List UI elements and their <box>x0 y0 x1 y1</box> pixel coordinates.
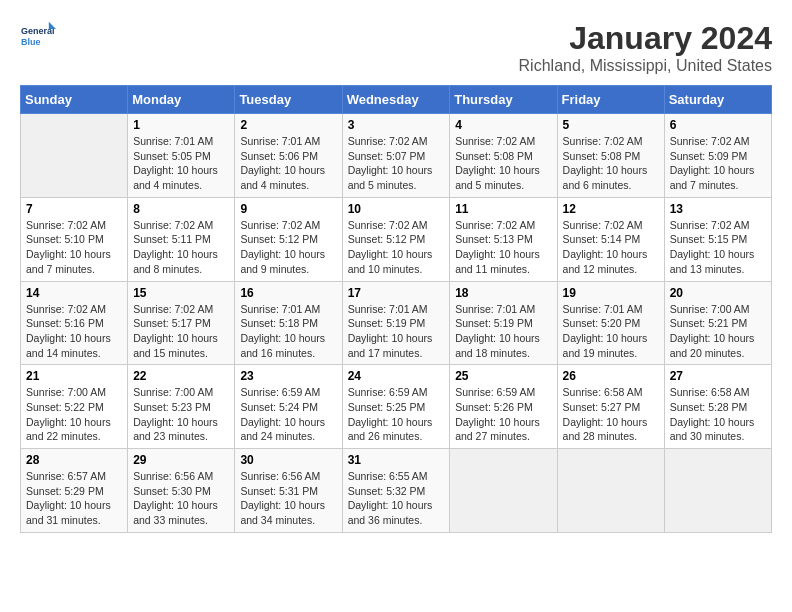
day-info: Sunrise: 7:00 AM Sunset: 5:21 PM Dayligh… <box>670 302 766 361</box>
day-info: Sunrise: 7:01 AM Sunset: 5:05 PM Dayligh… <box>133 134 229 193</box>
logo: General Blue <box>20 20 56 56</box>
calendar-cell: 28Sunrise: 6:57 AM Sunset: 5:29 PM Dayli… <box>21 449 128 533</box>
day-number: 4 <box>455 118 551 132</box>
calendar-subtitle: Richland, Mississippi, United States <box>519 57 772 75</box>
day-info: Sunrise: 7:02 AM Sunset: 5:11 PM Dayligh… <box>133 218 229 277</box>
calendar-cell: 10Sunrise: 7:02 AM Sunset: 5:12 PM Dayli… <box>342 197 450 281</box>
calendar-cell: 27Sunrise: 6:58 AM Sunset: 5:28 PM Dayli… <box>664 365 771 449</box>
header-tuesday: Tuesday <box>235 86 342 114</box>
header-saturday: Saturday <box>664 86 771 114</box>
calendar-week-row: 14Sunrise: 7:02 AM Sunset: 5:16 PM Dayli… <box>21 281 772 365</box>
calendar-title: January 2024 <box>519 20 772 57</box>
calendar-cell: 29Sunrise: 6:56 AM Sunset: 5:30 PM Dayli… <box>128 449 235 533</box>
day-number: 24 <box>348 369 445 383</box>
day-number: 13 <box>670 202 766 216</box>
day-number: 9 <box>240 202 336 216</box>
header-friday: Friday <box>557 86 664 114</box>
day-info: Sunrise: 7:01 AM Sunset: 5:20 PM Dayligh… <box>563 302 659 361</box>
header-monday: Monday <box>128 86 235 114</box>
calendar-week-row: 21Sunrise: 7:00 AM Sunset: 5:22 PM Dayli… <box>21 365 772 449</box>
day-info: Sunrise: 6:55 AM Sunset: 5:32 PM Dayligh… <box>348 469 445 528</box>
day-number: 6 <box>670 118 766 132</box>
calendar-cell: 1Sunrise: 7:01 AM Sunset: 5:05 PM Daylig… <box>128 114 235 198</box>
day-number: 16 <box>240 286 336 300</box>
day-info: Sunrise: 7:02 AM Sunset: 5:08 PM Dayligh… <box>563 134 659 193</box>
calendar-week-row: 28Sunrise: 6:57 AM Sunset: 5:29 PM Dayli… <box>21 449 772 533</box>
day-number: 27 <box>670 369 766 383</box>
day-info: Sunrise: 7:02 AM Sunset: 5:12 PM Dayligh… <box>348 218 445 277</box>
day-info: Sunrise: 7:02 AM Sunset: 5:17 PM Dayligh… <box>133 302 229 361</box>
calendar-cell: 12Sunrise: 7:02 AM Sunset: 5:14 PM Dayli… <box>557 197 664 281</box>
calendar-cell <box>557 449 664 533</box>
calendar-cell <box>450 449 557 533</box>
day-info: Sunrise: 7:02 AM Sunset: 5:13 PM Dayligh… <box>455 218 551 277</box>
day-number: 12 <box>563 202 659 216</box>
day-number: 22 <box>133 369 229 383</box>
calendar-body: 1Sunrise: 7:01 AM Sunset: 5:05 PM Daylig… <box>21 114 772 533</box>
day-info: Sunrise: 6:58 AM Sunset: 5:27 PM Dayligh… <box>563 385 659 444</box>
day-number: 14 <box>26 286 122 300</box>
title-block: January 2024 Richland, Mississippi, Unit… <box>519 20 772 75</box>
day-number: 21 <box>26 369 122 383</box>
day-info: Sunrise: 7:01 AM Sunset: 5:19 PM Dayligh… <box>348 302 445 361</box>
day-number: 23 <box>240 369 336 383</box>
header-thursday: Thursday <box>450 86 557 114</box>
calendar-cell: 2Sunrise: 7:01 AM Sunset: 5:06 PM Daylig… <box>235 114 342 198</box>
day-number: 1 <box>133 118 229 132</box>
day-info: Sunrise: 7:00 AM Sunset: 5:22 PM Dayligh… <box>26 385 122 444</box>
day-number: 29 <box>133 453 229 467</box>
calendar-cell: 7Sunrise: 7:02 AM Sunset: 5:10 PM Daylig… <box>21 197 128 281</box>
header-row: Sunday Monday Tuesday Wednesday Thursday… <box>21 86 772 114</box>
calendar-cell: 22Sunrise: 7:00 AM Sunset: 5:23 PM Dayli… <box>128 365 235 449</box>
day-info: Sunrise: 6:59 AM Sunset: 5:26 PM Dayligh… <box>455 385 551 444</box>
day-number: 11 <box>455 202 551 216</box>
calendar-cell: 31Sunrise: 6:55 AM Sunset: 5:32 PM Dayli… <box>342 449 450 533</box>
calendar-cell: 13Sunrise: 7:02 AM Sunset: 5:15 PM Dayli… <box>664 197 771 281</box>
day-number: 18 <box>455 286 551 300</box>
day-info: Sunrise: 7:02 AM Sunset: 5:16 PM Dayligh… <box>26 302 122 361</box>
day-info: Sunrise: 6:59 AM Sunset: 5:24 PM Dayligh… <box>240 385 336 444</box>
svg-marker-3 <box>49 22 56 29</box>
day-number: 3 <box>348 118 445 132</box>
day-number: 5 <box>563 118 659 132</box>
header-wednesday: Wednesday <box>342 86 450 114</box>
calendar-table: Sunday Monday Tuesday Wednesday Thursday… <box>20 85 772 533</box>
calendar-cell <box>21 114 128 198</box>
calendar-cell: 23Sunrise: 6:59 AM Sunset: 5:24 PM Dayli… <box>235 365 342 449</box>
calendar-cell <box>664 449 771 533</box>
day-number: 17 <box>348 286 445 300</box>
calendar-cell: 24Sunrise: 6:59 AM Sunset: 5:25 PM Dayli… <box>342 365 450 449</box>
day-info: Sunrise: 7:01 AM Sunset: 5:18 PM Dayligh… <box>240 302 336 361</box>
calendar-cell: 9Sunrise: 7:02 AM Sunset: 5:12 PM Daylig… <box>235 197 342 281</box>
calendar-cell: 25Sunrise: 6:59 AM Sunset: 5:26 PM Dayli… <box>450 365 557 449</box>
calendar-cell: 20Sunrise: 7:00 AM Sunset: 5:21 PM Dayli… <box>664 281 771 365</box>
day-number: 20 <box>670 286 766 300</box>
day-info: Sunrise: 6:57 AM Sunset: 5:29 PM Dayligh… <box>26 469 122 528</box>
day-number: 8 <box>133 202 229 216</box>
day-info: Sunrise: 7:00 AM Sunset: 5:23 PM Dayligh… <box>133 385 229 444</box>
calendar-cell: 5Sunrise: 7:02 AM Sunset: 5:08 PM Daylig… <box>557 114 664 198</box>
day-number: 31 <box>348 453 445 467</box>
day-number: 19 <box>563 286 659 300</box>
day-number: 25 <box>455 369 551 383</box>
day-info: Sunrise: 6:59 AM Sunset: 5:25 PM Dayligh… <box>348 385 445 444</box>
header-sunday: Sunday <box>21 86 128 114</box>
calendar-cell: 21Sunrise: 7:00 AM Sunset: 5:22 PM Dayli… <box>21 365 128 449</box>
calendar-cell: 6Sunrise: 7:02 AM Sunset: 5:09 PM Daylig… <box>664 114 771 198</box>
calendar-week-row: 7Sunrise: 7:02 AM Sunset: 5:10 PM Daylig… <box>21 197 772 281</box>
page-header: General Blue January 2024 Richland, Miss… <box>20 20 772 75</box>
day-number: 26 <box>563 369 659 383</box>
day-number: 2 <box>240 118 336 132</box>
calendar-cell: 3Sunrise: 7:02 AM Sunset: 5:07 PM Daylig… <box>342 114 450 198</box>
day-info: Sunrise: 7:02 AM Sunset: 5:09 PM Dayligh… <box>670 134 766 193</box>
day-number: 15 <box>133 286 229 300</box>
day-number: 28 <box>26 453 122 467</box>
calendar-cell: 14Sunrise: 7:02 AM Sunset: 5:16 PM Dayli… <box>21 281 128 365</box>
day-info: Sunrise: 7:01 AM Sunset: 5:19 PM Dayligh… <box>455 302 551 361</box>
calendar-cell: 15Sunrise: 7:02 AM Sunset: 5:17 PM Dayli… <box>128 281 235 365</box>
calendar-cell: 17Sunrise: 7:01 AM Sunset: 5:19 PM Dayli… <box>342 281 450 365</box>
day-number: 7 <box>26 202 122 216</box>
day-info: Sunrise: 6:56 AM Sunset: 5:30 PM Dayligh… <box>133 469 229 528</box>
calendar-cell: 18Sunrise: 7:01 AM Sunset: 5:19 PM Dayli… <box>450 281 557 365</box>
calendar-cell: 4Sunrise: 7:02 AM Sunset: 5:08 PM Daylig… <box>450 114 557 198</box>
